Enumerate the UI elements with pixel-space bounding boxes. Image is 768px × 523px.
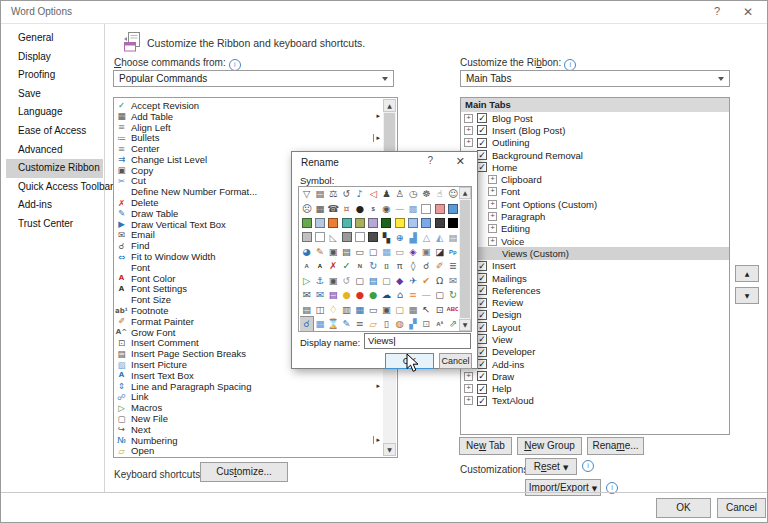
symbol-cell[interactable]: ▢ bbox=[353, 273, 366, 287]
help-icon[interactable]: ? bbox=[427, 155, 433, 166]
customize-ribbon-dropdown[interactable]: Main Tabs bbox=[460, 70, 730, 87]
command-row[interactable]: ≡Align Left bbox=[115, 122, 382, 133]
symbol-cell[interactable]: ☺ bbox=[446, 187, 458, 201]
symbol-cell[interactable]: ▟ bbox=[406, 230, 419, 244]
symbol-cell[interactable]: ⌛ bbox=[327, 317, 340, 331]
symbol-cell[interactable]: ↻ bbox=[366, 259, 379, 273]
choose-commands-dropdown[interactable]: Popular Commands bbox=[113, 70, 394, 87]
symbol-cell[interactable]: ● bbox=[366, 288, 379, 302]
symbol-scrollbar[interactable]: ▲ ▼ bbox=[459, 187, 471, 331]
symbol-cell[interactable]: ▤ bbox=[446, 230, 458, 244]
tree-item-font-options-custom[interactable]: +Font Options (Custom) bbox=[461, 198, 729, 210]
symbol-cell[interactable]: Aª bbox=[433, 317, 446, 331]
symbol-cell[interactable] bbox=[446, 216, 458, 230]
symbol-cell[interactable] bbox=[446, 201, 458, 215]
command-row[interactable]: ☍Link bbox=[115, 392, 382, 403]
symbol-cell[interactable]: ▤ bbox=[300, 302, 313, 316]
symbol-cell[interactable]: ⚖ bbox=[327, 187, 340, 201]
scrollbar-thumb[interactable] bbox=[384, 113, 395, 153]
command-row[interactable]: ▦Add Table▸ bbox=[115, 111, 382, 122]
symbol-cell[interactable]: ▦ bbox=[380, 245, 393, 259]
symbol-cell[interactable]: ♙ bbox=[393, 187, 406, 201]
symbol-cell[interactable]: ✐ bbox=[433, 259, 446, 273]
symbol-cell[interactable]: ♪ bbox=[353, 187, 366, 201]
symbol-cell[interactable]: ◪ bbox=[433, 245, 446, 259]
symbol-cell[interactable]: ▥ bbox=[340, 302, 353, 316]
tree-item-textaloud[interactable]: +✓TextAloud bbox=[461, 395, 729, 407]
expand-plus-icon[interactable]: + bbox=[464, 114, 473, 123]
tree-item-draw[interactable]: +✓Draw bbox=[461, 370, 729, 382]
symbol-cell[interactable]: [] bbox=[380, 259, 393, 273]
rename-button[interactable]: Rename... bbox=[587, 437, 644, 455]
symbol-cell[interactable]: ☝ bbox=[433, 187, 446, 201]
symbol-cell[interactable] bbox=[300, 216, 313, 230]
symbol-cell[interactable]: ▤ bbox=[366, 273, 379, 287]
symbol-cell[interactable]: ▯ bbox=[380, 317, 393, 331]
symbol-cell[interactable]: ↻ bbox=[446, 288, 458, 302]
scroll-up-icon[interactable]: ▲ bbox=[383, 99, 396, 112]
sidebar-item-trust-center[interactable]: Trust Center bbox=[6, 215, 103, 234]
symbol-cell[interactable] bbox=[393, 216, 406, 230]
sidebar-item-ease-of-access[interactable]: Ease of Access bbox=[6, 122, 103, 141]
expand-plus-icon[interactable]: + bbox=[464, 396, 473, 405]
symbol-cell[interactable]: ✉ bbox=[313, 288, 326, 302]
expand-plus-icon[interactable]: + bbox=[488, 212, 497, 221]
symbol-cell[interactable] bbox=[300, 230, 313, 244]
symbol-cell[interactable]: ▦ bbox=[313, 201, 326, 215]
symbol-cell[interactable]: ≣ bbox=[446, 259, 458, 273]
symbol-cell[interactable]: ☁ bbox=[380, 288, 393, 302]
symbol-cell[interactable]: ☹ bbox=[300, 201, 313, 215]
symbol-cell[interactable]: ⇗ bbox=[446, 317, 458, 331]
symbol-cell[interactable]: — bbox=[420, 288, 433, 302]
ok-button[interactable]: OK bbox=[656, 498, 711, 518]
tree-item-clipboard[interactable]: +Clipboard bbox=[461, 173, 729, 185]
checkbox-checked-icon[interactable]: ✓ bbox=[477, 113, 487, 123]
symbol-cell[interactable]: ✉ bbox=[446, 273, 458, 287]
command-row[interactable]: ▢New File bbox=[115, 413, 382, 424]
tree-item-editing[interactable]: +Editing bbox=[461, 223, 729, 235]
symbol-cell[interactable]: ▤ bbox=[327, 288, 340, 302]
symbol-cell[interactable]: A bbox=[300, 259, 313, 273]
new-group-button[interactable]: New Group bbox=[517, 437, 582, 455]
symbol-cell[interactable] bbox=[327, 216, 340, 230]
symbol-cell[interactable] bbox=[313, 230, 326, 244]
symbol-cell[interactable]: ✎ bbox=[340, 317, 353, 331]
sidebar-item-general[interactable]: General bbox=[6, 29, 103, 48]
tree-item-design[interactable]: +✓Design bbox=[461, 309, 729, 321]
scrollbar-thumb[interactable] bbox=[460, 200, 470, 318]
symbol-cell[interactable]: ● bbox=[340, 288, 353, 302]
checkbox-checked-icon[interactable]: ✓ bbox=[477, 138, 487, 148]
tree-item-review[interactable]: +✓Review bbox=[461, 296, 729, 308]
symbol-cell[interactable]: π bbox=[393, 259, 406, 273]
checkbox-checked-icon[interactable]: ✓ bbox=[477, 322, 487, 332]
keyboard-customize-button[interactable]: Customize... bbox=[200, 462, 288, 482]
symbol-cell[interactable]: ✔ bbox=[420, 273, 433, 287]
symbol-cell[interactable]: ≡ bbox=[406, 288, 419, 302]
command-row[interactable]: ▷Macros bbox=[115, 402, 382, 413]
checkbox-checked-icon[interactable]: ✓ bbox=[477, 310, 487, 320]
move-up-button[interactable]: ▲ bbox=[735, 265, 759, 282]
expand-plus-icon[interactable]: + bbox=[488, 200, 497, 209]
symbol-cell[interactable]: ☸ bbox=[420, 187, 433, 201]
symbol-cell[interactable] bbox=[380, 216, 393, 230]
scroll-down-icon[interactable]: ▼ bbox=[459, 319, 471, 331]
expand-plus-icon[interactable]: + bbox=[464, 372, 473, 381]
symbol-cell[interactable]: ▷ bbox=[300, 273, 313, 287]
tree-item-add-ins[interactable]: +✓Add-ins bbox=[461, 358, 729, 370]
command-row[interactable]: ⇕Line and Paragraph Spacing▸ bbox=[115, 381, 382, 392]
move-down-button[interactable]: ▼ bbox=[735, 287, 759, 304]
command-row[interactable]: ≔Bullets▸ bbox=[115, 132, 382, 143]
symbol-cell[interactable]: ◫ bbox=[313, 302, 326, 316]
symbol-cell[interactable]: ≡ bbox=[353, 317, 366, 331]
symbol-cell[interactable]: ☌ bbox=[420, 259, 433, 273]
tree-item-home[interactable]: +✓Home bbox=[461, 161, 729, 173]
expand-plus-icon[interactable]: + bbox=[464, 138, 473, 147]
symbol-cell[interactable]: ♟ bbox=[380, 187, 393, 201]
checkbox-checked-icon[interactable]: ✓ bbox=[477, 285, 487, 295]
reset-button[interactable]: Reset▼ bbox=[525, 458, 577, 475]
symbol-cell[interactable]: ▣ bbox=[327, 245, 340, 259]
symbol-cell[interactable]: ▢ bbox=[393, 302, 406, 316]
sidebar-item-display[interactable]: Display bbox=[6, 48, 103, 67]
tree-item-developer[interactable]: +✓Developer bbox=[461, 346, 729, 358]
help-icon[interactable]: ? bbox=[714, 5, 720, 17]
